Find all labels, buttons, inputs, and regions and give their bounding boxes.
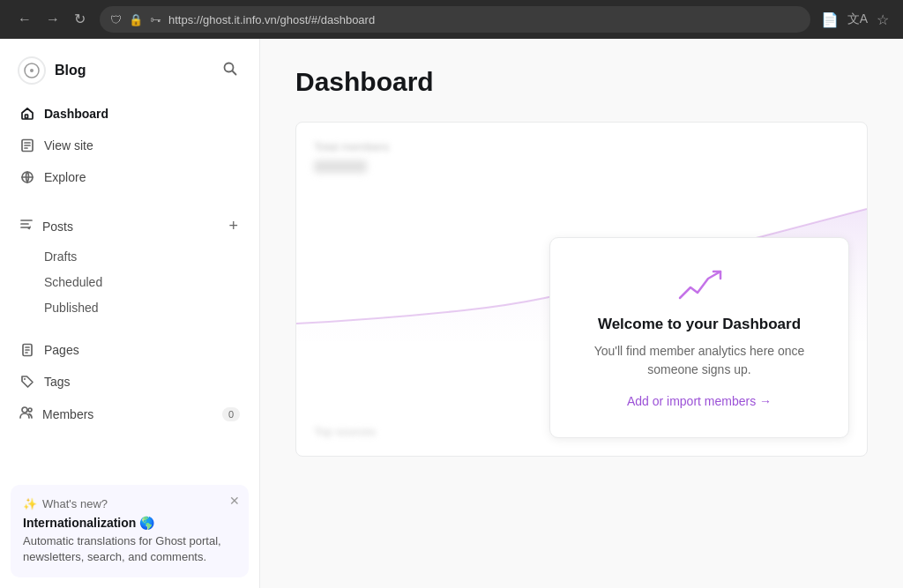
posts-label: Posts bbox=[42, 220, 73, 234]
sidebar-item-members[interactable]: Members 0 bbox=[11, 398, 249, 429]
total-members-label: Total members bbox=[314, 140, 849, 153]
dashboard-label: Dashboard bbox=[44, 107, 108, 121]
top-sources-label: Top sources bbox=[314, 425, 376, 438]
nav-buttons: ← → ↻ bbox=[14, 9, 89, 30]
whats-new-header: ✨ What's new? bbox=[23, 497, 236, 510]
brand[interactable]: Blog bbox=[18, 56, 86, 85]
refresh-button[interactable]: ↻ bbox=[71, 9, 89, 30]
back-button[interactable]: ← bbox=[14, 9, 35, 30]
drafts-label: Drafts bbox=[44, 249, 77, 264]
welcome-icon bbox=[575, 266, 824, 301]
sidebar-item-published[interactable]: Published bbox=[11, 295, 249, 320]
search-button[interactable] bbox=[219, 57, 242, 85]
pages-label: Pages bbox=[44, 343, 79, 357]
svg-point-12 bbox=[22, 407, 27, 413]
star-icon[interactable]: ☆ bbox=[877, 11, 889, 28]
sidebar: Blog Dashboard bbox=[0, 39, 260, 588]
section-gap-1 bbox=[11, 194, 249, 208]
tag-icon bbox=[19, 374, 35, 390]
add-post-button[interactable]: + bbox=[227, 215, 240, 237]
sidebar-item-drafts[interactable]: Drafts bbox=[11, 244, 249, 269]
dashboard-card: Total members bbox=[295, 122, 868, 457]
sparkle-icon: ✨ bbox=[23, 497, 37, 510]
sidebar-item-explore[interactable]: Explore bbox=[11, 162, 249, 192]
view-site-label: View site bbox=[44, 138, 93, 153]
sidebar-nav: Dashboard View site bbox=[0, 99, 259, 474]
welcome-overlay-card: Welcome to your Dashboard You'll find me… bbox=[549, 237, 849, 438]
lock-icon: 🔒 bbox=[129, 13, 143, 26]
globe-icon bbox=[19, 169, 35, 185]
scheduled-label: Scheduled bbox=[44, 275, 102, 289]
address-bar[interactable]: 🛡 🔒 🗝 https://ghost.it.info.vn/ghost/#/d… bbox=[100, 6, 810, 33]
shield-icon: 🛡 bbox=[110, 13, 122, 26]
browser-right-icons: 📄 文A ☆ bbox=[821, 11, 889, 28]
page-icon bbox=[19, 138, 35, 153]
members-badge: 0 bbox=[222, 407, 240, 421]
svg-point-13 bbox=[28, 408, 32, 412]
brand-name: Blog bbox=[55, 63, 86, 78]
welcome-title: Welcome to your Dashboard bbox=[575, 316, 824, 333]
members-label: Members bbox=[42, 407, 93, 421]
add-members-link[interactable]: Add or import members → bbox=[627, 394, 772, 408]
whats-new-description: Automatic translations for Ghost portal,… bbox=[23, 533, 236, 565]
forward-button[interactable]: → bbox=[42, 9, 63, 30]
posts-icon bbox=[19, 218, 34, 235]
whats-new-label: What's new? bbox=[42, 497, 108, 510]
svg-rect-4 bbox=[26, 115, 28, 118]
posts-row[interactable]: Posts + bbox=[11, 208, 249, 244]
published-label: Published bbox=[44, 301, 99, 315]
sidebar-item-tags[interactable]: Tags bbox=[11, 367, 249, 397]
brand-logo bbox=[18, 56, 46, 85]
sidebar-header: Blog bbox=[0, 39, 259, 99]
svg-point-1 bbox=[30, 69, 34, 72]
page-title: Dashboard bbox=[295, 67, 868, 97]
svg-point-11 bbox=[24, 378, 26, 380]
key-icon: 🗝 bbox=[150, 13, 161, 26]
members-left: Members bbox=[19, 406, 93, 422]
app-layout: Blog Dashboard bbox=[0, 39, 903, 588]
welcome-description: You'll find member analytics here once s… bbox=[575, 342, 824, 379]
sidebar-item-dashboard[interactable]: Dashboard bbox=[11, 99, 249, 129]
url-text: https://ghost.it.info.vn/ghost/#/dashboa… bbox=[168, 13, 375, 26]
sidebar-item-pages[interactable]: Pages bbox=[11, 335, 249, 365]
main-content: Dashboard Total members bbox=[260, 39, 903, 588]
doc-icon[interactable]: 📄 bbox=[821, 11, 839, 28]
translate-icon[interactable]: 文A bbox=[847, 11, 868, 27]
sidebar-item-scheduled[interactable]: Scheduled bbox=[11, 270, 249, 294]
browser-chrome: ← → ↻ 🛡 🔒 🗝 https://ghost.it.info.vn/gho… bbox=[0, 0, 903, 39]
members-icon bbox=[19, 406, 34, 422]
posts-left: Posts bbox=[19, 218, 73, 235]
whats-new-close-button[interactable]: ✕ bbox=[229, 494, 240, 508]
tags-label: Tags bbox=[44, 375, 71, 389]
whats-new-panel: ✨ What's new? ✕ Internationalization 🌎 A… bbox=[11, 485, 249, 577]
sidebar-item-view-site[interactable]: View site bbox=[11, 130, 249, 160]
svg-line-3 bbox=[233, 71, 236, 74]
section-gap-2 bbox=[11, 321, 249, 335]
explore-label: Explore bbox=[44, 170, 86, 184]
house-icon bbox=[19, 106, 35, 122]
file-icon bbox=[19, 342, 35, 358]
whats-new-title: Internationalization 🌎 bbox=[23, 516, 236, 530]
